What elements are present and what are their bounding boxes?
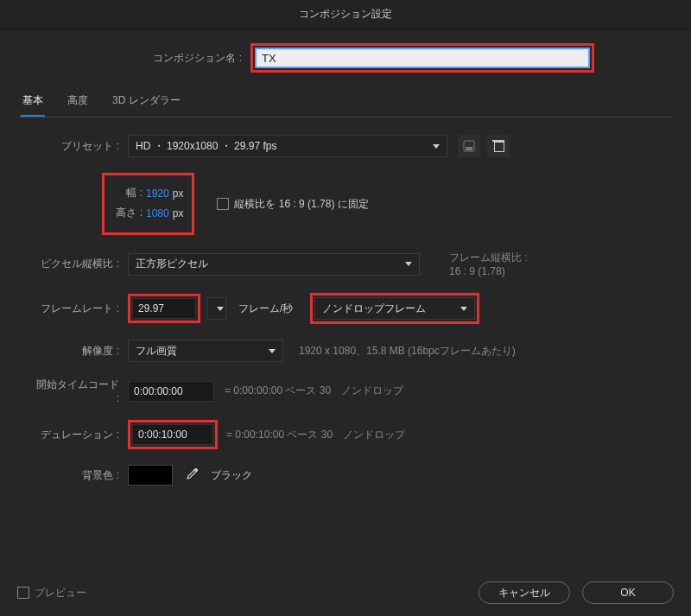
bgcolor-swatch[interactable] — [128, 465, 173, 486]
bgcolor-name: ブラック — [211, 468, 252, 483]
framerate-label: フレームレート : — [31, 302, 128, 316]
duration-label: デュレーション : — [31, 428, 128, 442]
tab-advanced[interactable]: 高度 — [66, 88, 90, 117]
width-label: 幅 : — [113, 186, 146, 200]
preview-checkbox[interactable] — [17, 587, 29, 599]
dropframe-select[interactable]: ノンドロップフレーム — [314, 297, 475, 320]
duration-input[interactable] — [132, 424, 213, 445]
par-label: ピクセル縦横比 : — [31, 257, 128, 271]
far-value: 16 : 9 (1.78) — [449, 265, 528, 277]
par-value: 正方形ピクセル — [136, 257, 208, 271]
width-value[interactable]: 1920 — [146, 187, 169, 200]
svg-rect-1 — [466, 147, 472, 150]
titlebar: コンポジション設定 — [0, 0, 691, 29]
svg-point-2 — [194, 468, 198, 472]
par-select[interactable]: 正方形ピクセル — [128, 253, 420, 276]
chevron-down-icon — [405, 262, 412, 266]
dropframe-value: ノンドロップフレーム — [322, 302, 426, 316]
cancel-button[interactable]: キャンセル — [479, 581, 570, 604]
resolution-label: 解像度 : — [31, 344, 128, 359]
duration-info: = 0:00:10:00 ベース 30 ノンドロップ — [226, 428, 405, 442]
save-preset-button[interactable] — [458, 135, 480, 157]
resolution-select[interactable]: フル画質 — [128, 340, 283, 362]
start-tc-info: = 0:00:00:00 ベース 30 ノンドロップ — [225, 384, 403, 398]
preset-label: プリセット : — [31, 139, 128, 154]
comp-name-label: コンポジション名 : — [19, 51, 250, 66]
framerate-suffix: フレーム/秒 — [238, 302, 293, 316]
resolution-value: フル画質 — [136, 344, 177, 359]
bgcolor-label: 背景色 : — [31, 468, 128, 483]
lock-ratio-checkbox[interactable] — [217, 198, 229, 210]
preset-value: HD ・ 1920x1080 ・ 29.97 fps — [136, 139, 276, 154]
title-text: コンポジション設定 — [299, 7, 392, 22]
eyedropper-icon[interactable] — [183, 467, 199, 483]
height-label: 高さ : — [113, 206, 146, 220]
chevron-down-icon — [433, 144, 440, 149]
height-value[interactable]: 1080 — [146, 207, 169, 219]
comp-name-input[interactable] — [255, 48, 590, 68]
delete-preset-button[interactable] — [487, 135, 510, 157]
start-tc-label: 開始タイムコード : — [31, 378, 128, 404]
tab-basic[interactable]: 基本 — [21, 88, 45, 117]
resolution-info: 1920 x 1080、15.8 MB (16bpcフレームあたり) — [299, 344, 516, 359]
far-label: フレーム縦横比 : — [449, 251, 528, 265]
save-icon — [463, 140, 475, 152]
preset-select[interactable]: HD ・ 1920x1080 ・ 29.97 fps — [128, 135, 447, 157]
framerate-dropdown[interactable] — [207, 297, 226, 320]
tab-renderer[interactable]: 3D レンダラー — [111, 88, 182, 117]
chevron-down-icon — [217, 307, 224, 311]
tabs: 基本 高度 3D レンダラー — [19, 88, 672, 117]
chevron-down-icon — [269, 349, 276, 353]
lock-ratio-label: 縦横比を 16 : 9 (1.78) に固定 — [234, 197, 368, 212]
width-suffix: px — [173, 187, 184, 200]
ok-button[interactable]: OK — [582, 581, 674, 604]
chevron-down-icon — [460, 307, 467, 311]
preview-label: プレビュー — [35, 586, 86, 600]
framerate-input[interactable] — [132, 298, 196, 319]
height-suffix: px — [173, 207, 184, 219]
trash-icon — [492, 140, 504, 152]
dimensions-highlight: 幅 : 1920 px 高さ : 1080 px — [102, 173, 194, 235]
start-tc-input[interactable] — [128, 381, 214, 402]
